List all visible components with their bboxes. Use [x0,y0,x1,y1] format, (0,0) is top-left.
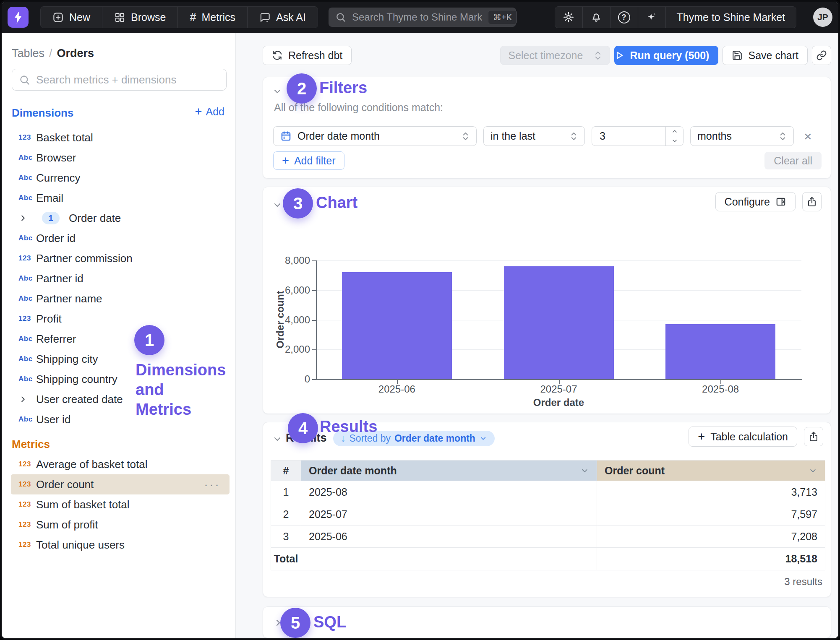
y-tick-mark [312,379,316,380]
table-header-row: #Order date monthOrder count [271,460,825,481]
notifications-button[interactable] [583,7,610,28]
link-icon [816,50,827,61]
gear-icon [563,11,574,23]
table-row[interactable]: 22025-077,597 [271,503,825,525]
stepper-down-button[interactable] [666,136,683,146]
org-switcher[interactable]: Thyme to Shine Market [666,7,796,28]
collapse-filters-chevron[interactable] [272,86,282,96]
refresh-icon [272,50,283,61]
metric-order-count[interactable]: 123Order count··· [11,474,230,494]
number-type-icon: 123 [18,500,36,509]
table-calculation-button[interactable]: + Table calculation [689,427,797,447]
bar-chart: Order count Order date 8,0006,0004,0002,… [263,187,831,414]
field-menu-button[interactable]: ··· [204,477,230,492]
dimension-partner-id[interactable]: AbcPartner id [11,268,230,289]
nav-ask-ai-button[interactable]: Ask AI [248,7,318,28]
filter-operator-select[interactable]: in the last [483,126,585,146]
results-section: Results ↓ Sorted by Order date month + T… [263,422,831,597]
nav-ask-ai-label: Ask AI [276,11,306,23]
chevron-updown-icon [594,50,602,61]
dimension-partner-name[interactable]: AbcPartner name [11,289,230,309]
dimension-basket-total[interactable]: 123Basket total [11,127,230,148]
dimension-browser[interactable]: AbcBrowser [11,148,230,168]
active-fields-badge: 1 [42,212,60,224]
user-avatar[interactable]: JP [813,8,832,27]
filter-value-field[interactable] [592,130,660,142]
annotation-label-dimensions-metrics: Dimensions and Metrics [136,360,226,419]
metric-average-of-basket-total[interactable]: 123Average of basket total [11,454,230,474]
field-label: Basket total [36,131,93,144]
search-icon [19,74,30,86]
field-label: User id [36,413,70,426]
annotation-label-chart: Chart [316,194,357,212]
save-icon [732,50,743,61]
run-query-button[interactable]: Run query (500) [614,46,718,65]
save-chart-button[interactable]: Save chart [723,46,808,65]
global-search-input[interactable] [352,11,482,23]
fields-search-input[interactable] [36,73,219,86]
share-link-button[interactable] [812,46,831,65]
annotation-circle-2: 2 [287,73,317,104]
y-tick-mark [312,260,316,261]
x-tick-label: 2025-06 [342,383,452,395]
refresh-dbt-button[interactable]: Refresh dbt [263,46,352,65]
field-label: Sum of profit [36,518,98,531]
number-type-icon: 123 [18,520,36,529]
fields-search[interactable] [12,69,227,91]
y-axis-line [316,260,317,380]
table-row[interactable]: 12025-083,713 [271,481,825,503]
metric-total-unique-users[interactable]: 123Total unique users [11,535,230,555]
string-type-icon: Abc [18,415,36,424]
table-row[interactable]: 32025-067,208 [271,525,825,547]
nav-metrics-button[interactable]: #Metrics [178,7,248,28]
field-label: Shipping country [36,373,117,386]
y-tick-label: 6,000 [263,284,310,296]
nav-metrics-label: Metrics [201,11,235,23]
dimension-order-date[interactable]: 1Order date [11,208,230,228]
breadcrumb-tables-link[interactable]: Tables [12,47,44,60]
metrics-header: Metrics [12,438,50,451]
field-label: Partner commission [36,252,133,265]
dimension-email[interactable]: AbcEmail [11,188,230,208]
dimension-partner-commission[interactable]: 123Partner commission [11,248,230,268]
add-dimension-button[interactable]: + Add [195,106,224,118]
remove-filter-button[interactable]: × [804,130,812,143]
y-tick-label: 8,000 [263,255,310,266]
app-logo[interactable] [8,7,29,28]
global-search[interactable]: ⌘+K [329,8,516,27]
dimension-referrer[interactable]: AbcReferrer [11,329,230,349]
ai-sparkles-button[interactable] [638,7,666,28]
field-label: Total unique users [36,539,125,552]
dimension-currency[interactable]: AbcCurrency [11,168,230,188]
filter-value-input[interactable] [592,126,683,146]
number-type-icon: 123 [18,460,36,468]
clear-all-filters-button[interactable]: Clear all [764,152,822,169]
collapse-results-chevron[interactable] [272,434,282,444]
field-label: Partner name [36,292,102,305]
settings-button[interactable] [555,7,583,28]
export-results-button[interactable] [804,427,823,446]
metric-sum-of-basket-total[interactable]: 123Sum of basket total [11,494,230,515]
metric-sum-of-profit[interactable]: 123Sum of profit [11,515,230,535]
column-header-order-count[interactable]: Order count [597,460,825,481]
dimension-order-id[interactable]: AbcOrder id [11,228,230,248]
dimension-profit[interactable]: 123Profit [11,309,230,329]
plus-icon: + [698,430,705,444]
y-tick-label: 4,000 [263,314,310,326]
y-tick-mark [312,320,316,321]
annotation-circle-4: 4 [288,413,318,443]
nav-browse-button[interactable]: Browse [102,7,178,28]
column-header-order-date-month[interactable]: Order date month [301,460,597,481]
nav-new-label: New [69,11,90,23]
chevron-updown-icon [779,131,787,142]
filter-unit-select[interactable]: months [690,126,794,146]
filter-field-select[interactable]: Order date month [273,126,477,146]
x-tick-mark [559,380,560,384]
add-filter-button[interactable]: + Add filter [273,151,344,170]
cell: 3,713 [597,481,825,503]
help-button[interactable]: ? [610,7,638,28]
number-type-icon: 123 [18,480,36,489]
nav-new-button[interactable]: New [41,7,102,28]
timezone-select[interactable]: Select timezone [500,46,610,65]
stepper-up-button[interactable] [666,127,683,136]
